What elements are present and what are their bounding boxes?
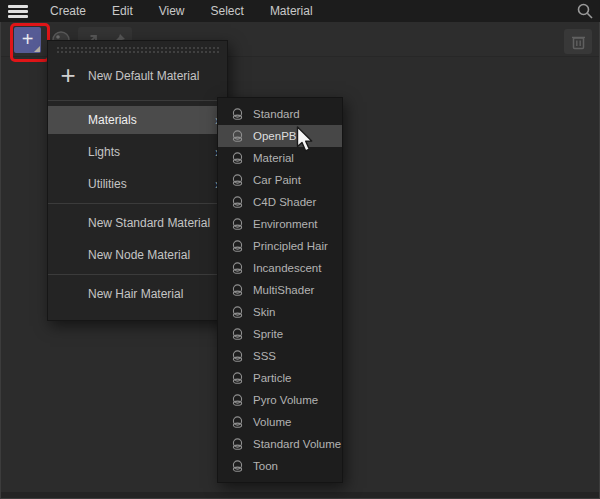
menu-separator — [48, 274, 227, 275]
submenu-item-label: Standard — [253, 108, 300, 120]
submenu-item-standard-volume[interactable]: Standard Volume — [218, 433, 342, 455]
menubar-item-select[interactable]: Select — [198, 0, 257, 22]
menu-item-label: New Node Material — [88, 248, 190, 262]
menu-item-label: New Standard Material — [88, 216, 210, 230]
material-sphere-icon — [231, 218, 244, 231]
menu-item-utilities[interactable]: Utilities › — [48, 170, 227, 198]
submenu-item-label: Incandescent — [253, 262, 321, 274]
material-manager-window: CreateEditViewSelectMaterial + — [0, 0, 600, 499]
submenu-item-sss[interactable]: SSS — [218, 345, 342, 367]
submenu-item-label: Standard Volume — [253, 438, 341, 450]
submenu-item-environment[interactable]: Environment — [218, 213, 342, 235]
menu-item-label: Materials — [88, 113, 137, 127]
submenu-item-openpbr[interactable]: OpenPBR — [218, 125, 342, 147]
material-sphere-icon — [231, 240, 244, 253]
material-sphere-icon — [231, 108, 244, 121]
menu-item-new-hair-material[interactable]: New Hair Material — [48, 280, 227, 308]
submenu-item-volume[interactable]: Volume — [218, 411, 342, 433]
material-sphere-icon — [231, 174, 244, 187]
material-sphere-icon — [231, 152, 244, 165]
material-sphere-icon — [231, 350, 244, 363]
hamburger-icon[interactable] — [8, 5, 28, 18]
menu-item-lights[interactable]: Lights › — [48, 138, 227, 166]
submenu-item-car-paint[interactable]: Car Paint — [218, 169, 342, 191]
material-sphere-icon — [231, 438, 244, 451]
submenu-item-label: Particle — [253, 372, 291, 384]
menu-item-label: New Hair Material — [88, 287, 183, 301]
tear-off-strip[interactable] — [56, 45, 219, 53]
submenu-item-label: Toon — [253, 460, 278, 472]
menu-separator — [48, 203, 227, 204]
material-sphere-icon — [231, 306, 244, 319]
search-icon[interactable] — [576, 2, 594, 20]
submenu-item-label: Sprite — [253, 328, 283, 340]
submenu-item-multishader[interactable]: MultiShader — [218, 279, 342, 301]
menu-item-new-default-material[interactable]: + New Default Material — [48, 57, 227, 95]
submenu-item-particle[interactable]: Particle — [218, 367, 342, 389]
menu-separator — [48, 100, 227, 101]
menu-item-new-node-material[interactable]: New Node Material — [48, 241, 227, 269]
new-material-button[interactable]: + — [14, 27, 41, 53]
menubar-item-create[interactable]: Create — [37, 0, 99, 22]
dropdown-corner-indicator — [34, 46, 40, 52]
bottom-edge — [1, 492, 599, 498]
submenu-item-label: Principled Hair — [253, 240, 328, 252]
delete-button[interactable] — [564, 29, 592, 54]
submenu-item-material[interactable]: Material — [218, 147, 342, 169]
submenu-item-label: Environment — [253, 218, 318, 230]
submenu-item-label: Material — [253, 152, 294, 164]
submenu-item-label: Pyro Volume — [253, 394, 318, 406]
submenu-item-label: Skin — [253, 306, 275, 318]
materials-submenu: Standard OpenPBR Material Car Paint C4D … — [217, 97, 343, 483]
material-sphere-icon — [231, 394, 244, 407]
material-sphere-icon — [231, 284, 244, 297]
material-sphere-icon — [231, 372, 244, 385]
submenu-item-incandescent[interactable]: Incandescent — [218, 257, 342, 279]
menu-item-label: New Default Material — [88, 69, 199, 83]
plus-icon: + — [22, 29, 34, 49]
submenu-item-label: C4D Shader — [253, 196, 316, 208]
menubar-item-edit[interactable]: Edit — [99, 0, 146, 22]
menu-item-label: Lights — [88, 145, 120, 159]
submenu-item-sprite[interactable]: Sprite — [218, 323, 342, 345]
submenu-item-label: Car Paint — [253, 174, 301, 186]
material-sphere-icon — [231, 196, 244, 209]
plus-icon: + — [57, 65, 79, 87]
trash-icon — [571, 34, 586, 50]
material-sphere-icon — [231, 262, 244, 275]
submenu-item-skin[interactable]: Skin — [218, 301, 342, 323]
submenu-item-label: SSS — [253, 350, 276, 362]
submenu-item-label: MultiShader — [253, 284, 314, 296]
submenu-item-standard[interactable]: Standard — [218, 103, 342, 125]
submenu-item-principled-hair[interactable]: Principled Hair — [218, 235, 342, 257]
material-sphere-icon — [231, 416, 244, 429]
menubar-item-view[interactable]: View — [146, 0, 198, 22]
submenu-item-pyro-volume[interactable]: Pyro Volume — [218, 389, 342, 411]
submenu-item-toon[interactable]: Toon — [218, 455, 342, 477]
material-sphere-icon — [231, 460, 244, 473]
submenu-item-c4d-shader[interactable]: C4D Shader — [218, 191, 342, 213]
submenu-item-label: OpenPBR — [253, 130, 305, 142]
material-sphere-icon — [231, 130, 244, 143]
menu-item-materials[interactable]: Materials › — [48, 106, 227, 134]
menu-item-new-standard-material[interactable]: New Standard Material — [48, 209, 227, 237]
menubar: CreateEditViewSelectMaterial — [0, 0, 600, 22]
menubar-item-material[interactable]: Material — [257, 0, 326, 22]
submenu-item-label: Volume — [253, 416, 291, 428]
material-sphere-icon — [231, 328, 244, 341]
menu-item-label: Utilities — [88, 177, 127, 191]
create-material-menu: + New Default Material Materials › Light… — [47, 40, 228, 321]
